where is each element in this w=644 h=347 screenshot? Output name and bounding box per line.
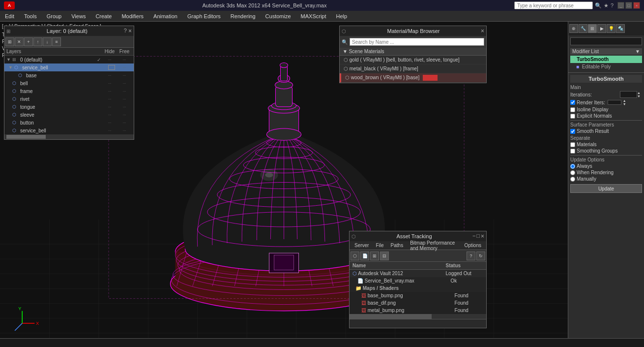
layers-help-button[interactable]: ? — [124, 28, 127, 34]
asset-tool-help[interactable]: ? — [467, 252, 475, 260]
asset-row-max-file[interactable]: 📄 Service_Bell_vray.max Ok — [350, 277, 486, 284]
help-icon[interactable]: ? — [611, 2, 614, 8]
menu-customize[interactable]: Customize — [261, 12, 296, 20]
asset-tool-1[interactable]: ⬡ — [351, 252, 359, 260]
smoothing-groups-checkbox[interactable] — [570, 149, 575, 154]
menu-modifiers[interactable]: Modifiers — [117, 12, 148, 20]
asset-row-maps[interactable]: 📁 Maps / Shaders — [350, 284, 486, 292]
asset-scrollbar[interactable] — [350, 314, 486, 319]
layers-folder-button[interactable]: ⊞ — [5, 37, 14, 46]
asset-minimize-button[interactable]: − — [472, 233, 475, 240]
explicit-normals-checkbox[interactable] — [570, 114, 575, 119]
explicit-normals-row: Explicit Normals — [570, 113, 642, 119]
material-browser-close[interactable]: × — [481, 28, 484, 34]
tab-motion[interactable]: ▶ — [597, 24, 606, 33]
layer-dots: ··· — [102, 58, 117, 62]
material-browser-titlebar[interactable]: ⬡ Material/Map Browser × — [340, 26, 486, 36]
menu-animation[interactable]: Animation — [148, 12, 182, 20]
tab-utilities[interactable]: 🔩 — [616, 24, 625, 33]
layer-item-default[interactable]: ▼ ⊞ 0 (default) ✓ ··· ··· — [4, 56, 134, 63]
asset-row-base-bump[interactable]: 🖼 base_bump.png Found — [350, 292, 486, 299]
layers-panel-titlebar[interactable]: ⊞ Layer: 0 (default) ? × — [4, 26, 134, 36]
menu-edit[interactable]: Edit — [0, 12, 19, 20]
modifier-editable-poly[interactable]: ■ Editable Poly — [570, 63, 642, 70]
layers-move-up-button[interactable]: ↑ — [33, 37, 42, 46]
layer-item-button[interactable]: ⬡ button ··· ··· — [4, 119, 134, 126]
modifier-name-input[interactable]: base — [570, 37, 642, 45]
render-iters-input[interactable]: 2 — [608, 100, 621, 105]
layer-icon: ⊞ — [12, 57, 19, 62]
material-item-wood[interactable]: ⬡ wood_brown ( VRayMtl ) [base] — [340, 73, 486, 83]
layer-item-tongue[interactable]: ⬡ tongue ··· ··· — [4, 103, 134, 111]
viewport[interactable]: [ + ] [ Perspective ] [ Shaded + Edged F… — [0, 22, 568, 343]
layer-item-sleeve[interactable]: ⬡ sleeve ··· ··· — [4, 111, 134, 119]
isoline-checkbox[interactable] — [570, 107, 575, 112]
asset-row-vault[interactable]: ⬡ Autodesk Vault 2012 Logged Out — [350, 270, 486, 278]
layers-delete-button[interactable]: ✕ — [15, 37, 24, 46]
layers-add-button[interactable]: + — [24, 37, 33, 46]
materials-checkbox[interactable] — [570, 142, 575, 147]
layers-scrollbar[interactable] — [4, 134, 134, 139]
manually-radio[interactable] — [570, 177, 575, 182]
layers-move-down-button[interactable]: ↓ — [43, 37, 52, 46]
modifier-turbosmooth[interactable]: ▪ TurboSmooth — [570, 56, 642, 63]
material-item-metal[interactable]: ⬡ metal_black ( VRayMtl ) [frame] — [340, 64, 486, 73]
layers-settings-button[interactable]: ≡ — [52, 37, 61, 46]
separate-section: Separate — [570, 135, 642, 141]
layer-item-service-bell-sub[interactable]: ⬡ service_bell ··· ··· — [4, 126, 134, 134]
iterations-spinner[interactable]: ▲ ▼ — [637, 91, 642, 98]
asset-status-cell: Found — [443, 307, 486, 314]
tab-create[interactable]: ⊕ — [569, 24, 578, 33]
layer-item-service-bell[interactable]: ▼ ⬡ service_bell ··· — [4, 63, 134, 71]
menu-group[interactable]: Group — [42, 12, 67, 20]
material-search-input[interactable] — [350, 38, 484, 46]
layer-item-base[interactable]: ⬡ base ··· ··· — [4, 71, 134, 79]
render-iters-spinner[interactable]: ▲ ▼ — [623, 99, 628, 106]
menu-help[interactable]: Help — [331, 12, 352, 20]
close-button[interactable]: × — [633, 2, 640, 9]
update-button[interactable]: Update — [570, 184, 642, 193]
iterations-input[interactable]: 0 — [620, 91, 637, 98]
asset-row-metal-bump[interactable]: 🖼 metal_bump.png Found — [350, 307, 486, 314]
layers-close-button[interactable]: × — [128, 28, 132, 34]
material-item-gold[interactable]: ⬡ gold ( VRayMtl ) [bell, button, rivet,… — [340, 56, 486, 64]
layer-item-frame[interactable]: ⬡ frame ··· ··· — [4, 87, 134, 95]
main-area: [ + ] [ Perspective ] [ Shaded + Edged F… — [0, 22, 644, 343]
always-radio[interactable] — [570, 164, 575, 169]
smooth-result-checkbox[interactable] — [570, 129, 575, 134]
asset-status-header: Status — [443, 262, 486, 270]
tab-hierarchy[interactable]: ⊞ — [588, 24, 597, 33]
asset-restore-button[interactable]: □ — [476, 233, 480, 240]
menu-tools[interactable]: Tools — [19, 12, 42, 20]
menu-rendering[interactable]: Rendering — [226, 12, 261, 20]
layer-name: frame — [20, 89, 102, 94]
asset-tool-3[interactable]: ⊞ — [370, 252, 379, 260]
minimize-button[interactable]: _ — [617, 2, 624, 9]
when-rendering-radio[interactable] — [570, 170, 575, 175]
tab-modify[interactable]: 🔧 — [579, 24, 587, 33]
asset-menu-bitmap[interactable]: Bitmap Performance and Memory — [407, 240, 460, 251]
menu-views[interactable]: Views — [66, 12, 90, 20]
asset-close-button[interactable]: × — [481, 233, 484, 240]
layer-item-rivet[interactable]: ⬡ rivet ··· ··· — [4, 95, 134, 103]
asset-menu-paths[interactable]: Paths — [388, 243, 407, 248]
asset-menu-file[interactable]: File — [373, 243, 386, 248]
search-icon[interactable]: 🔍 — [595, 2, 602, 9]
menu-create[interactable]: Create — [90, 12, 117, 20]
search-input[interactable] — [514, 1, 593, 9]
asset-tool-2[interactable]: 📄 — [360, 252, 369, 260]
tab-display[interactable]: 💡 — [607, 24, 615, 33]
menu-graph-editors[interactable]: Graph Editors — [182, 12, 226, 20]
render-iters-checkbox[interactable] — [570, 100, 575, 105]
layer-item-bell[interactable]: ⬡ bell ··· ··· — [4, 79, 134, 87]
turbosmooth-panel: TurboSmooth Main Iterations: 0 ▲ ▼ Rende… — [568, 72, 644, 195]
asset-tool-refresh[interactable]: ↻ — [476, 252, 485, 260]
asset-tool-4[interactable]: ⊟ — [380, 252, 389, 260]
asset-menu-options[interactable]: Options — [462, 243, 484, 248]
layer-dots: ··· — [117, 65, 132, 70]
maximize-button[interactable]: □ — [625, 2, 632, 9]
menu-maxscript[interactable]: MAXScript — [296, 12, 331, 20]
asset-row-base-dif[interactable]: 🖼 base_dif.png Found — [350, 299, 486, 307]
layer-icon: ⬡ — [14, 65, 21, 70]
asset-menu-server[interactable]: Server — [351, 243, 372, 248]
